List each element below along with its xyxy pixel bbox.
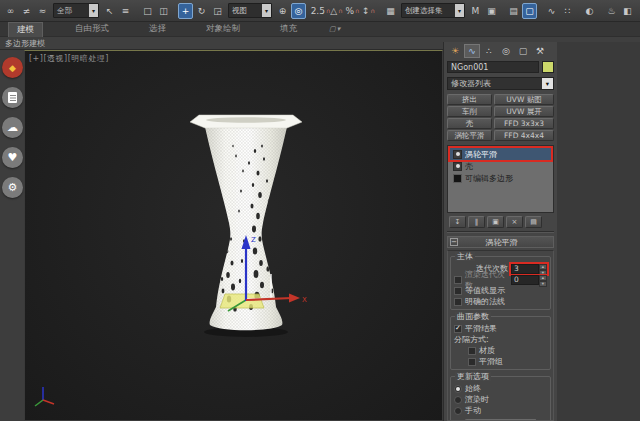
rectangular-region-icon[interactable]: □ [140,3,155,19]
show-end-result-icon[interactable]: ‖ [468,216,485,228]
ribbon-tab-object-paint[interactable]: 对象绘制 [198,22,248,36]
unwrap-uvw-button[interactable]: UVW 展开 [494,106,554,117]
site-logo-button[interactable]: ◆ [2,57,23,78]
materials-row: 材质 [467,345,548,356]
settings-button[interactable]: ⚙ [2,177,23,198]
floating-share-bar: ◆ ☁ ♥ ⚙ [2,57,23,198]
ribbon-tab-freeform[interactable]: 自由形式 [67,22,117,36]
shell-button[interactable]: 壳 [447,118,492,129]
rollout-title: 涡轮平滑 [460,237,543,248]
extrude-button[interactable]: 挤出 [447,94,492,105]
selection-filter-dropdown[interactable]: 全部 ▾ [53,3,99,18]
render-production-icon[interactable]: ♨ [636,3,640,19]
unlink-selection-icon[interactable]: ≠ [19,3,34,19]
download-button[interactable]: ☁ [2,117,23,138]
manually-radio[interactable] [454,407,462,415]
reference-coordinate-dropdown[interactable]: 视图 ▾ [228,3,272,18]
spinner-down-icon[interactable]: ▾ [539,281,547,287]
magnet-icon: ∩ [355,7,359,14]
remove-modifier-icon[interactable]: × [506,216,523,228]
gizmo-plane-handle[interactable] [220,294,264,308]
configure-modifier-sets-icon[interactable]: ▤ [525,216,542,228]
pin-stack-icon[interactable]: ↧ [449,216,466,228]
smoothing-groups-checkbox[interactable] [468,358,476,366]
ffd-4x4x4-button[interactable]: FFD 4x4x4 [494,130,554,141]
stack-item-shell[interactable]: 壳 [450,160,551,172]
iterations-spinner[interactable]: 3 ▴▾ [511,264,547,274]
make-unique-icon[interactable]: ▣ [487,216,504,228]
isoline-checkbox[interactable] [454,287,462,295]
perspective-viewport[interactable]: [+][透视][明暗处理] [24,50,443,421]
document-button[interactable] [2,87,23,108]
favorite-button[interactable]: ♥ [2,147,23,168]
angle-snap-icon[interactable]: △∩ [329,3,344,19]
spinner-arrows[interactable]: ▴▾ [539,275,547,285]
turbosmooth-button[interactable]: 涡轮平滑 [447,130,492,141]
object-name-field[interactable]: NGon001 [447,61,539,73]
mirror-icon[interactable]: M [468,3,483,19]
material-editor-icon[interactable]: ◐ [582,3,597,19]
motion-tab-icon[interactable]: ◎ [498,44,514,58]
ribbon-tab-modeling[interactable]: 建模 [8,22,43,37]
stack-item-label: 涡轮平滑 [465,149,497,160]
polygon-modeling-panel-label[interactable]: 多边形建模 [5,38,45,49]
percent-snap-icon[interactable]: %∩ [345,3,360,19]
turbosmooth-rollout-header[interactable]: − 涡轮平滑 [447,236,554,248]
scene-explorer-icon[interactable]: ▢ [522,3,537,19]
modifier-list-dropdown[interactable]: 修改器列表 ▾ [447,77,554,90]
spinner-snap-icon[interactable]: ↕∩ [361,3,376,19]
ribbon-tab-bar: 建模 自由形式 选择 对象绘制 填充 ▢▾ [0,22,640,37]
spinner-arrows[interactable]: ▴▾ [539,264,547,274]
uvw-map-button[interactable]: UVW 贴图 [494,94,554,105]
utilities-tab-icon[interactable]: ⚒ [532,44,548,58]
render-iterations-spinner[interactable]: 0 ▴▾ [511,275,547,285]
collapse-icon[interactable]: − [450,238,458,246]
object-color-swatch[interactable] [542,61,554,73]
named-selection-sets-dropdown[interactable]: 创建选择集 ▾ [401,3,465,18]
select-object-icon[interactable]: ↖ [102,3,117,19]
when-rendering-radio[interactable] [454,396,462,404]
schematic-view-icon[interactable]: ∷ [560,3,575,19]
ribbon-tab-populate[interactable]: 填充 [272,22,305,36]
select-and-manipulate-icon[interactable]: ◎ [291,3,306,19]
surface-parameters-label: 曲面参数 [455,312,491,321]
curve-editor-icon[interactable]: ∿ [544,3,559,19]
bulb-icon[interactable] [453,162,462,171]
render-setup-icon[interactable]: ♨ [604,3,619,19]
render-iterations-value[interactable]: 0 [511,275,539,285]
stack-item-editable-poly[interactable]: 可编辑多边形 [450,172,551,184]
create-tab-icon[interactable]: ☀ [447,44,463,58]
iterations-value[interactable]: 3 [511,264,539,274]
bind-to-spacewarp-icon[interactable]: ≈ [35,3,50,19]
bulb-icon[interactable] [453,150,462,159]
lathe-button[interactable]: 车削 [447,106,492,117]
smooth-result-checkbox[interactable]: ✓ [454,325,462,333]
heart-icon: ♥ [8,151,18,164]
rendered-frame-icon[interactable]: ◧ [620,3,635,19]
render-iterations-checkbox[interactable] [454,276,462,284]
select-and-link-icon[interactable]: ∞ [3,3,18,19]
viewport-label[interactable]: [+][透视][明暗处理] [29,53,109,64]
select-and-scale-icon[interactable]: ◲ [210,3,225,19]
snap-toggle-icon[interactable]: 2.5∩ [313,3,328,19]
select-and-move-icon[interactable]: + [178,3,193,19]
ribbon-config-icon[interactable]: ▢▾ [329,25,340,33]
explicit-normals-checkbox[interactable] [454,298,462,306]
modify-tab-icon[interactable]: ∿ [464,44,480,58]
use-pivot-center-icon[interactable]: ⊕ [275,3,290,19]
ffd-3x3x3-button[interactable]: FFD 3x3x3 [494,118,554,129]
hierarchy-tab-icon[interactable]: ∴ [481,44,497,58]
stack-item-turbosmooth[interactable]: 涡轮平滑 [450,148,551,160]
materials-checkbox[interactable] [468,347,476,355]
modifier-list-label: 修改器列表 [451,78,491,89]
select-by-name-icon[interactable]: ≡ [118,3,133,19]
align-icon[interactable]: ▣ [484,3,499,19]
layer-manager-icon[interactable]: ▤ [506,3,521,19]
ribbon-tab-selection[interactable]: 选择 [141,22,174,36]
always-radio[interactable] [454,385,462,393]
display-tab-icon[interactable]: ▢ [515,44,531,58]
keyboard-override-icon[interactable]: ▦ [383,3,398,19]
select-and-rotate-icon[interactable]: ↻ [194,3,209,19]
window-crossing-icon[interactable]: ◫ [156,3,171,19]
gizmo-x-arrowhead[interactable] [289,294,300,303]
